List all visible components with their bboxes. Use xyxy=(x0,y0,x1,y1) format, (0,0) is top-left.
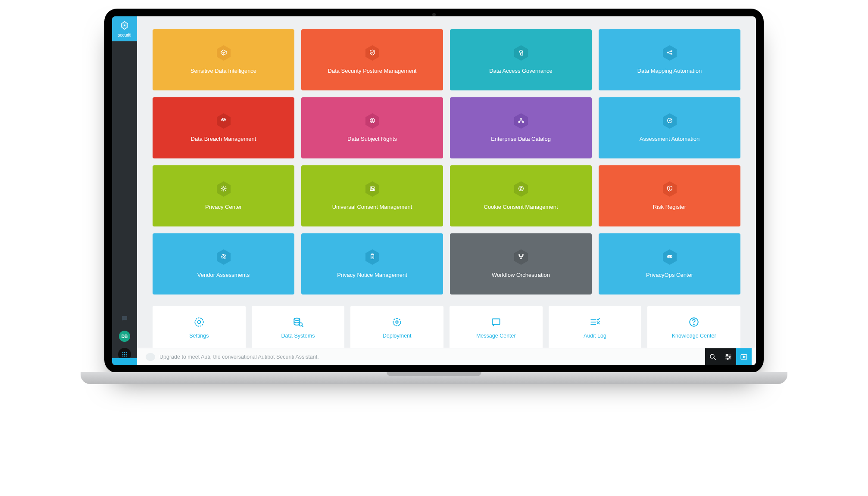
svg-point-44 xyxy=(373,189,374,190)
utility-label: Settings xyxy=(189,333,209,339)
svg-point-70 xyxy=(668,256,669,257)
lock-icon xyxy=(514,45,528,61)
svg-rect-16 xyxy=(520,53,522,55)
tile-label: Workflow Orchestration xyxy=(492,271,550,279)
svg-point-49 xyxy=(520,189,521,189)
svg-rect-79 xyxy=(492,319,500,324)
cookie-icon xyxy=(514,181,528,197)
utility-label: Knowledge Center xyxy=(672,333,716,339)
app-tile[interactable]: Enterprise Data Catalog xyxy=(450,97,592,158)
tile-label: Risk Register xyxy=(653,203,686,211)
alert-icon xyxy=(662,181,677,197)
laptop-base xyxy=(81,372,787,384)
search-button[interactable] xyxy=(705,348,721,366)
radar-icon xyxy=(216,113,231,129)
svg-point-9 xyxy=(126,356,127,357)
app-tile[interactable]: Sensitive Data Intelligence xyxy=(153,29,294,90)
svg-point-92 xyxy=(729,356,731,357)
svg-line-33 xyxy=(521,119,523,121)
chat-icon[interactable] xyxy=(121,315,128,325)
tile-label: Assessment Automation xyxy=(640,135,699,143)
sidebar-accent xyxy=(112,358,137,365)
svg-point-2 xyxy=(124,352,125,353)
utility-tile[interactable]: Audit Log xyxy=(549,306,642,348)
utility-label: Data Systems xyxy=(281,333,315,339)
toggle-icon xyxy=(365,181,380,197)
svg-point-90 xyxy=(727,354,728,356)
svg-point-72 xyxy=(197,321,200,324)
id-icon xyxy=(365,113,380,129)
utility-tile[interactable]: Data Systems xyxy=(252,306,345,348)
tile-label: Universal Consent Management xyxy=(332,203,412,211)
svg-point-48 xyxy=(521,187,521,188)
deploy-icon xyxy=(391,316,403,328)
app-tile[interactable]: Workflow Orchestration xyxy=(450,233,592,294)
utility-tile[interactable]: Deployment xyxy=(350,306,443,348)
help-icon xyxy=(688,316,699,328)
share-icon xyxy=(662,45,677,61)
svg-line-76 xyxy=(302,326,303,327)
app-tile[interactable]: Privacy Notice Management xyxy=(301,233,443,294)
app-tile[interactable]: Assessment Automation xyxy=(599,97,740,158)
svg-point-78 xyxy=(396,321,398,323)
svg-point-77 xyxy=(393,318,400,326)
app-tile[interactable]: Cookie Consent Management xyxy=(450,165,592,226)
main-area: Sensitive Data IntelligenceData Security… xyxy=(137,16,756,365)
svg-point-5 xyxy=(124,354,125,355)
shield-icon xyxy=(365,45,380,61)
flow-icon xyxy=(514,249,528,265)
tile-label: Data Mapping Automation xyxy=(637,67,702,75)
tile-label: Data Security Posture Management xyxy=(328,67,417,75)
nodes-icon xyxy=(514,113,528,129)
app-tile[interactable]: Data Breach Management xyxy=(153,97,294,158)
footer-message[interactable]: Upgrade to meet Auti, the conversational… xyxy=(159,354,319,360)
app-tile[interactable]: Universal Consent Management xyxy=(301,165,443,226)
svg-point-3 xyxy=(126,352,127,353)
svg-point-71 xyxy=(670,256,671,257)
app-tile[interactable]: Privacy Center xyxy=(153,165,294,226)
svg-point-47 xyxy=(520,188,520,188)
svg-point-37 xyxy=(669,120,670,121)
svg-marker-11 xyxy=(221,50,226,53)
app-screen: securiti DB xyxy=(112,16,756,365)
footer-bar: Upgrade to meet Auti, the conversational… xyxy=(137,348,756,365)
svg-point-50 xyxy=(521,189,522,189)
app-tile[interactable]: Data Subject Rights xyxy=(301,97,443,158)
app-tile[interactable]: Data Access Governance xyxy=(450,29,592,90)
tile-label: Data Access Governance xyxy=(489,67,553,75)
gear-icon xyxy=(216,181,231,197)
svg-line-21 xyxy=(668,51,671,52)
svg-point-27 xyxy=(372,119,373,121)
app-tile[interactable]: Data Mapping Automation xyxy=(599,29,740,90)
tile-label: PrivacyOps Center xyxy=(646,271,693,279)
app-tile[interactable]: Data Security Posture Management xyxy=(301,29,443,90)
app-tile[interactable]: Risk Register xyxy=(599,165,740,226)
svg-point-86 xyxy=(693,324,694,325)
svg-point-74 xyxy=(294,318,300,320)
cube-icon xyxy=(216,45,231,61)
user-avatar[interactable]: DB xyxy=(119,331,130,342)
utility-tile[interactable]: Knowledge Center xyxy=(647,306,740,348)
utility-label: Message Center xyxy=(476,333,516,339)
svg-point-53 xyxy=(669,189,670,190)
svg-marker-96 xyxy=(743,356,746,358)
tile-label: Enterprise Data Catalog xyxy=(491,135,551,143)
app-tile[interactable]: PrivacyOps Center xyxy=(599,233,740,294)
svg-point-87 xyxy=(710,354,714,358)
utility-tile[interactable]: Message Center xyxy=(450,306,543,348)
svg-point-42 xyxy=(371,187,372,188)
settings-sliders-button[interactable] xyxy=(721,348,736,366)
app-tile[interactable]: Vendor Assessments xyxy=(153,233,294,294)
tile-label: Privacy Center xyxy=(205,203,242,211)
play-video-button[interactable] xyxy=(736,348,752,366)
settings-icon xyxy=(194,316,205,328)
chat-bubble-icon xyxy=(146,353,155,361)
svg-point-6 xyxy=(126,354,127,355)
svg-point-24 xyxy=(223,120,224,121)
tile-label: Data Breach Management xyxy=(191,135,256,143)
svg-point-0 xyxy=(124,24,125,26)
svg-rect-69 xyxy=(667,255,672,257)
brand-logo[interactable]: securiti xyxy=(112,16,137,41)
svg-point-94 xyxy=(727,358,728,360)
utility-tile[interactable]: Settings xyxy=(153,306,246,348)
